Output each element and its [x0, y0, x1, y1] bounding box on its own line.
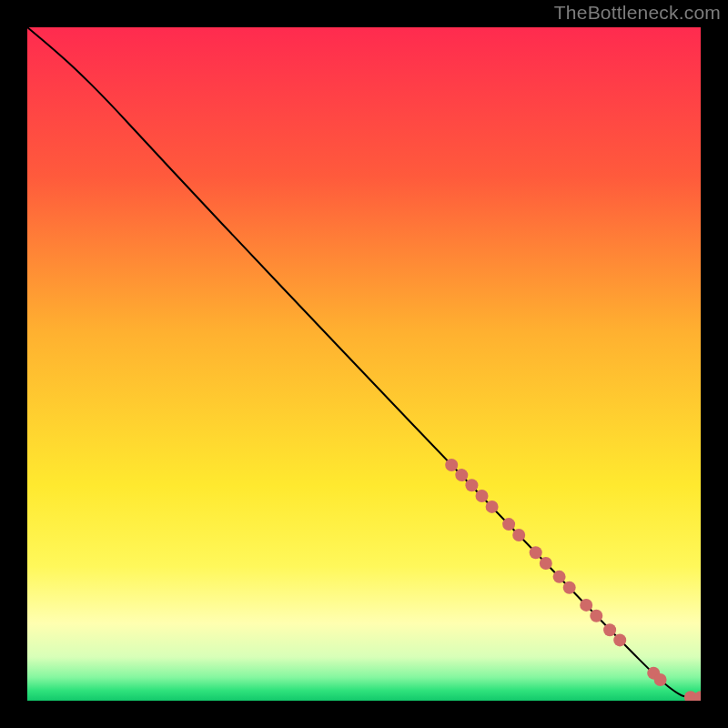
data-marker	[455, 469, 468, 481]
chart-svg	[27, 27, 701, 701]
data-marker	[553, 571, 566, 583]
data-marker	[654, 673, 667, 686]
data-marker	[486, 500, 499, 513]
data-marker	[512, 529, 525, 541]
data-marker	[590, 610, 602, 622]
data-marker	[540, 557, 552, 570]
plot-area	[27, 27, 701, 701]
data-marker	[530, 546, 542, 559]
data-marker	[580, 599, 592, 612]
data-marker	[502, 518, 515, 531]
chart-frame: TheBottleneck.com	[0, 0, 728, 728]
data-marker	[476, 490, 489, 502]
data-marker	[603, 623, 616, 636]
gradient-background	[27, 27, 701, 701]
data-marker	[465, 479, 478, 491]
data-marker	[613, 633, 626, 646]
watermark-text: TheBottleneck.com	[554, 2, 721, 24]
data-marker	[445, 459, 458, 471]
data-marker	[563, 581, 576, 594]
